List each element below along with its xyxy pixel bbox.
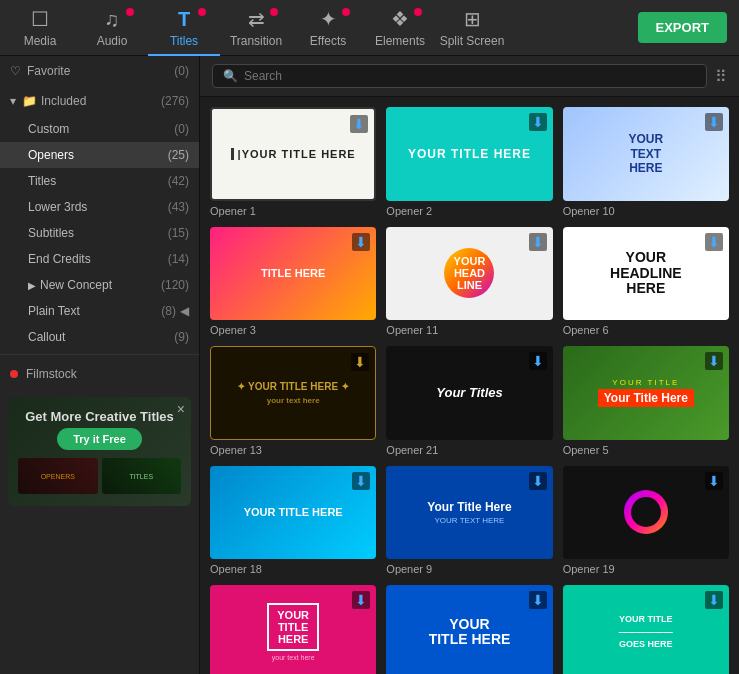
thumbnail-opener10: ⬇ YOURTEXTHERE [563, 107, 729, 201]
ad-try-button[interactable]: Try it Free [57, 428, 142, 450]
nav-elements[interactable]: ❖ Elements [364, 0, 436, 56]
grid-item-opener18[interactable]: ⬇ YOUR TITLE HERE Opener 18 [210, 466, 376, 576]
grid-item-opener11[interactable]: ⬇ YOURHEADLINE Opener 11 [386, 227, 552, 337]
grid-item-opener7[interactable]: ⬇ YOURTITLEHERE your text here Opener 7 [210, 585, 376, 674]
grid-item-opener3[interactable]: ⬇ TITLE HERE Opener 3 [210, 227, 376, 337]
audio-icon: ♫ [105, 8, 120, 31]
sidebar-callout-count: (9) [174, 330, 189, 344]
grid-item-opener9[interactable]: ⬇ Your Title Here YOUR TEXT HERE Opener … [386, 466, 552, 576]
sidebar-newconcept-label: New Concept [40, 278, 112, 292]
grid-item-opener5[interactable]: ⬇ YOUR TITLE Your Title Here Opener 5 [563, 346, 729, 456]
export-button[interactable]: EXPORT [638, 12, 727, 43]
thumbnail-opener1: ⬇ |YOUR TITLE HERE [210, 107, 376, 201]
opener21-text: Your Titles [436, 385, 502, 400]
sidebar-included-label: Included [41, 94, 86, 108]
sidebar-divider [0, 354, 199, 355]
sidebar-titles-count: (42) [168, 174, 189, 188]
search-box[interactable]: 🔍 [212, 64, 707, 88]
thumbnail-opener13: ⬇ ✦ YOUR TITLE HERE ✦your text here [210, 346, 376, 440]
sidebar-item-subtitles[interactable]: Subtitles (15) [0, 220, 199, 246]
sidebar-filmstock-label: Filmstock [26, 367, 77, 381]
ad-banner: × Get More Creative Titles Try it Free O… [8, 397, 191, 506]
folder-icon: 📁 [22, 94, 37, 108]
sidebar-custom-label: Custom [28, 122, 69, 136]
sidebar-item-openers[interactable]: Openers (25) [0, 142, 199, 168]
grid-layout-icon[interactable]: ⠿ [715, 67, 727, 86]
sidebar-openers-count: (25) [168, 148, 189, 162]
opener19-label: Opener 19 [563, 563, 729, 575]
sidebar-item-custom[interactable]: Custom (0) [0, 116, 199, 142]
sidebar-favorite[interactable]: ♡ Favorite (0) [0, 56, 199, 86]
grid-item-opener19[interactable]: ⬇ Opener 19 [563, 466, 729, 576]
opener2-label: Opener 2 [386, 205, 552, 217]
nav-audio-label: Audio [97, 34, 128, 48]
search-input[interactable] [244, 69, 696, 83]
nav-splitscreen[interactable]: ⊞ Split Screen [436, 0, 508, 56]
thumbnail-opener4: ⬇ YOURTITLE HERE [386, 585, 552, 674]
thumbnail-opener11: ⬇ YOURHEADLINE [386, 227, 552, 321]
nav-audio[interactable]: ♫ Audio [76, 0, 148, 56]
opener2-text: YOUR TITLE HERE [408, 147, 531, 161]
sidebar-item-plaintext[interactable]: Plain Text (8) ◀ [0, 298, 199, 324]
ad-close-button[interactable]: × [177, 401, 185, 417]
opener13-text: ✦ YOUR TITLE HERE ✦your text here [237, 380, 348, 406]
sidebar-lower3rds-count: (43) [168, 200, 189, 214]
sidebar-item-lower3rds[interactable]: Lower 3rds (43) [0, 194, 199, 220]
effects-icon: ✦ [320, 7, 337, 31]
sidebar-favorite-label: Favorite [27, 64, 70, 78]
ad-title: Get More Creative Titles [18, 409, 181, 424]
grid-item-opener16[interactable]: ⬇ YOUR TITLE——————GOES HERE Opener 16 [563, 585, 729, 674]
opener3-label: Opener 3 [210, 324, 376, 336]
opener6-text: YOURHEADLINEHERE [610, 250, 682, 296]
grid-item-opener10[interactable]: ⬇ YOURTEXTHERE Opener 10 [563, 107, 729, 217]
thumbnail-opener16: ⬇ YOUR TITLE——————GOES HERE [563, 585, 729, 674]
sidebar-item-endcredits[interactable]: End Credits (14) [0, 246, 199, 272]
opener4-text: YOURTITLE HERE [429, 617, 511, 648]
nav-effects[interactable]: ✦ Effects [292, 0, 364, 56]
grid-item-opener6[interactable]: ⬇ YOURHEADLINEHERE Opener 6 [563, 227, 729, 337]
opener10-text: YOURTEXTHERE [628, 132, 663, 175]
opener1-text: |YOUR TITLE HERE [231, 148, 356, 160]
download-icon: ⬇ [352, 472, 370, 490]
sidebar-item-titles[interactable]: Titles (42) [0, 168, 199, 194]
grid-item-opener13[interactable]: ⬇ ✦ YOUR TITLE HERE ✦your text here Open… [210, 346, 376, 456]
media-icon: ☐ [31, 7, 49, 31]
nav-titles-label: Titles [170, 34, 198, 48]
thumbnail-opener5: ⬇ YOUR TITLE Your Title Here [563, 346, 729, 440]
sidebar-titles-label: Titles [28, 174, 56, 188]
opener1-label: Opener 1 [210, 205, 376, 217]
opener10-label: Opener 10 [563, 205, 729, 217]
sidebar-newconcept-count: (120) [161, 278, 189, 292]
elements-dot [414, 8, 422, 16]
sidebar-plaintext-count: (8) [161, 304, 176, 318]
sidebar-subtitles-count: (15) [168, 226, 189, 240]
grid-item-opener1[interactable]: ⬇ |YOUR TITLE HERE Opener 1 [210, 107, 376, 217]
download-icon: ⬇ [529, 352, 547, 370]
content-area: 🔍 ⠿ ⬇ |YOUR TITLE HERE Opener 1 ⬇ YOUR T… [200, 56, 739, 674]
grid-item-opener4[interactable]: ⬇ YOURTITLE HERE Opener 4 [386, 585, 552, 674]
opener7-text: YOURTITLEHERE [277, 609, 309, 645]
grid-item-opener2[interactable]: ⬇ YOUR TITLE HERE Opener 2 [386, 107, 552, 217]
splitscreen-icon: ⊞ [464, 7, 481, 31]
sidebar-included[interactable]: ▾ 📁 Included (276) [0, 86, 199, 116]
nav-titles[interactable]: T Titles [148, 0, 220, 56]
opener21-label: Opener 21 [386, 444, 552, 456]
sidebar-item-filmstock[interactable]: Filmstock [0, 359, 199, 389]
nav-elements-label: Elements [375, 34, 425, 48]
nav-transition[interactable]: ⇄ Transition [220, 0, 292, 56]
download-icon: ⬇ [705, 352, 723, 370]
download-icon: ⬇ [705, 472, 723, 490]
search-icon: 🔍 [223, 69, 238, 83]
sidebar-subtitles-label: Subtitles [28, 226, 74, 240]
elements-icon: ❖ [391, 7, 409, 31]
sidebar-plaintext-label: Plain Text [28, 304, 80, 318]
thumbnail-opener19: ⬇ [563, 466, 729, 560]
grid-item-opener21[interactable]: ⬇ Your Titles Opener 21 [386, 346, 552, 456]
opener9-sub: YOUR TEXT HERE [435, 516, 505, 525]
transition-dot [270, 8, 278, 16]
sidebar-item-callout[interactable]: Callout (9) [0, 324, 199, 350]
thumbnail-opener9: ⬇ Your Title Here YOUR TEXT HERE [386, 466, 552, 560]
sidebar-item-newconcept[interactable]: ▶ New Concept (120) [0, 272, 199, 298]
nav-media[interactable]: ☐ Media [4, 0, 76, 56]
effects-dot [342, 8, 350, 16]
